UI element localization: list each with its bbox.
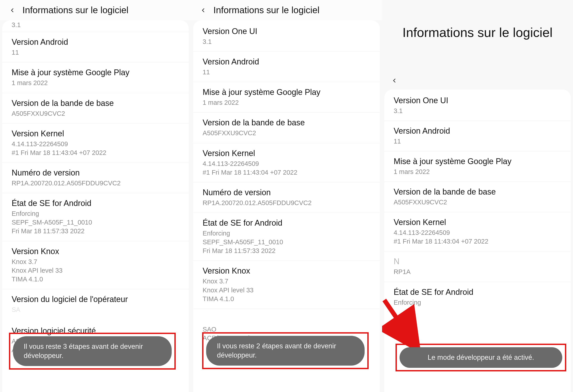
header-bar: [382, 72, 573, 89]
item-title: Version Kernel: [203, 149, 370, 158]
item-value: 4.14.113-22264509 #1 Fri Mar 18 11:43:04…: [394, 228, 561, 246]
list-item[interactable]: État de SE for Android Enforcing SEPF_SM…: [2, 193, 189, 241]
list-item[interactable]: Version One UI 3.1: [193, 21, 380, 52]
list-item-build-number[interactable]: N RP1A: [384, 251, 571, 282]
item-title: Version Kernel: [12, 129, 179, 138]
item-title: État de SE for Android: [394, 287, 561, 297]
list-item[interactable]: Version Knox Knox 3.7 Knox API level 33 …: [193, 261, 380, 309]
item-title: [203, 314, 370, 324]
list-item[interactable]: Version Android 11: [193, 52, 380, 82]
item-value: Knox 3.7 Knox API level 33 TIMA 4.1.0: [12, 257, 179, 284]
big-title-area: Informations sur le logiciel: [382, 0, 573, 72]
back-icon[interactable]: [8, 6, 17, 14]
annotation-highlight-box: Il vous reste 3 étapes avant de devenir …: [9, 333, 176, 370]
item-value: 3.1: [203, 37, 370, 46]
list-item[interactable]: Version de la bande de base A505FXXU9CVC…: [193, 113, 380, 143]
page-title: Informations sur le logiciel: [391, 25, 564, 40]
toast-text: Le mode développeur a été activé.: [428, 354, 534, 361]
item-value: RP1A.200720.012.A505FDDU9CVC2: [12, 179, 179, 188]
list-item[interactable]: Version Android 11: [384, 121, 571, 151]
item-title: Version Android: [12, 37, 179, 47]
item-value: 11: [203, 68, 370, 77]
list-item[interactable]: 3.1: [2, 21, 189, 32]
list-item[interactable]: État de SE for Android Enforcing: [384, 282, 571, 312]
list-item-build-number[interactable]: Numéro de version RP1A.200720.012.A505FD…: [193, 182, 380, 213]
list-item[interactable]: Mise à jour système Google Play 1 mars 2…: [2, 62, 189, 93]
screen-step2: Informations sur le logiciel Version One…: [191, 0, 382, 392]
item-value: A505FXXU9CVC2: [12, 109, 179, 118]
list-item[interactable]: Version Android 11: [2, 32, 189, 62]
screen-activated: Informations sur le logiciel Version One…: [382, 0, 573, 392]
list-item[interactable]: Mise à jour système Google Play 1 mars 2…: [384, 151, 571, 182]
item-value: Enforcing SEPF_SM-A505F_11_0010 Fri Mar …: [12, 209, 179, 235]
item-value: 3.1: [394, 107, 561, 115]
item-title: Version de la bande de base: [394, 187, 561, 196]
item-value: Enforcing SEPF_SM-A505F_11_0010 Fri Mar …: [203, 229, 370, 255]
item-value: 11: [12, 48, 179, 57]
item-value: 1 mars 2022: [203, 98, 370, 107]
item-title: Version Android: [203, 57, 370, 67]
list-item-build-number[interactable]: Numéro de version RP1A.200720.012.A505FD…: [2, 163, 189, 193]
item-title: Mise à jour système Google Play: [12, 68, 179, 77]
list-item[interactable]: Version de la bande de base A505FXXU9CVC…: [2, 93, 189, 124]
item-value: RP1A: [394, 267, 561, 276]
item-value: A505FXXU9CVC2: [394, 198, 561, 207]
list-item[interactable]: Version du logiciel de l'opérateur SA: [2, 289, 189, 320]
toast-message: Il vous reste 2 étapes avant de devenir …: [206, 336, 364, 366]
item-value: Enforcing: [394, 298, 561, 307]
item-title: Version de la bande de base: [12, 99, 179, 108]
item-title: Version Knox: [203, 266, 370, 276]
list-item[interactable]: État de SE for Android Enforcing SEPF_SM…: [193, 213, 380, 261]
header-bar: Informations sur le logiciel: [191, 0, 382, 20]
list-item[interactable]: Mise à jour système Google Play 1 mars 2…: [193, 82, 380, 113]
header-title: Informations sur le logiciel: [213, 5, 319, 16]
item-value: A505FXXU9CVC2: [203, 129, 370, 138]
item-value: 3.1: [12, 21, 179, 29]
screen-step3: Informations sur le logiciel 3.1 Version…: [0, 0, 191, 392]
back-icon[interactable]: [391, 77, 399, 85]
toast-message: Il vous reste 3 étapes avant de devenir …: [13, 336, 172, 366]
item-title: État de SE for Android: [203, 218, 370, 228]
item-title: Numéro de version: [12, 168, 179, 178]
item-value: 1 mars 2022: [12, 79, 179, 87]
item-title: Version One UI: [394, 96, 561, 105]
header-bar: Informations sur le logiciel: [0, 0, 191, 20]
header-title: Informations sur le logiciel: [22, 5, 128, 16]
toast-text: Il vous reste 2 étapes avant de devenir …: [217, 342, 336, 359]
item-value: RP1A.200720.012.A505FDDU9CVC2: [203, 198, 370, 207]
item-title: Version One UI: [203, 27, 370, 36]
item-value: 1 mars 2022: [394, 167, 561, 176]
item-value: Knox 3.7 Knox API level 33 TIMA 4.1.0: [203, 277, 370, 303]
list-item[interactable]: Version Kernel 4.14.113-22264509 #1 Fri …: [193, 143, 380, 182]
list-item[interactable]: Version Knox Knox 3.7 Knox API level 33 …: [2, 241, 189, 289]
item-title: Mise à jour système Google Play: [203, 88, 370, 97]
item-value: 4.14.113-22264509 #1 Fri Mar 18 11:43:04…: [12, 140, 179, 157]
item-value: SA: [12, 305, 179, 314]
list-item[interactable]: Version Kernel 4.14.113-22264509 #1 Fri …: [384, 212, 571, 251]
list-item[interactable]: Version Kernel 4.14.113-22264509 #1 Fri …: [2, 124, 189, 163]
toast-message: Le mode développeur a été activé.: [399, 347, 562, 368]
item-title: État de SE for Android: [12, 198, 179, 208]
back-icon[interactable]: [199, 6, 208, 14]
item-title: Mise à jour système Google Play: [394, 157, 561, 166]
item-title: Numéro de version: [203, 188, 370, 197]
item-value: 11: [394, 137, 561, 146]
item-title: N: [394, 257, 561, 266]
item-title: Version de la bande de base: [203, 118, 370, 127]
annotation-highlight-box: Il vous reste 2 étapes avant de devenir …: [202, 332, 368, 369]
item-title: Version Knox: [12, 247, 179, 256]
item-value: 4.14.113-22264509 #1 Fri Mar 18 11:43:04…: [203, 160, 370, 177]
list-item[interactable]: Version de la bande de base A505FXXU9CVC…: [384, 182, 571, 212]
toast-text: Il vous reste 3 étapes avant de devenir …: [24, 342, 143, 359]
list-item[interactable]: Version One UI 3.1: [384, 90, 571, 121]
annotation-highlight-box: Le mode développeur a été activé.: [395, 344, 566, 371]
item-title: Version du logiciel de l'opérateur: [12, 295, 179, 304]
item-title: Version Android: [394, 126, 561, 136]
item-title: Version Kernel: [394, 218, 561, 227]
